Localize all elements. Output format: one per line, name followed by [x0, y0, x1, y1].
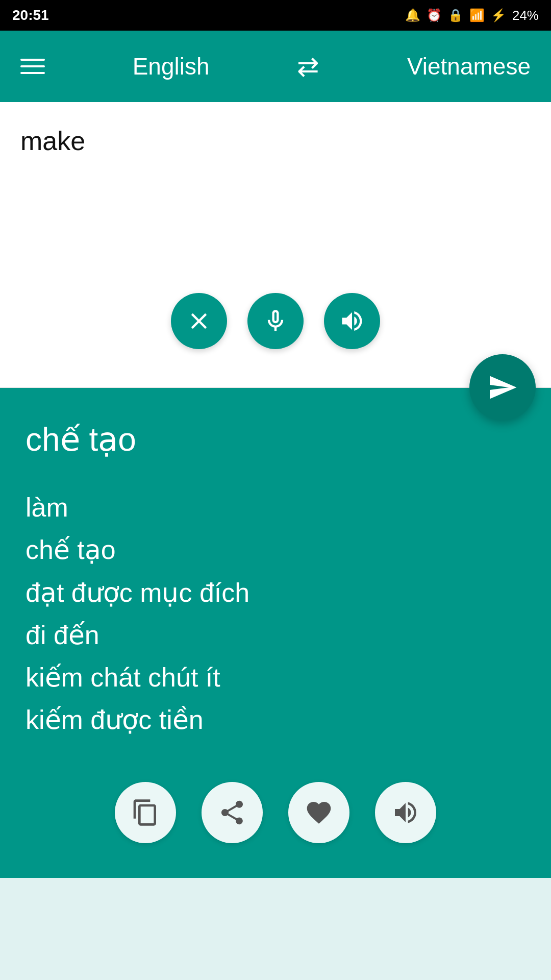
alt-translation-3: đi đến	[26, 614, 525, 656]
toolbar: English ⇄ Vietnamese	[0, 31, 551, 102]
copy-button[interactable]	[115, 782, 176, 843]
favorite-button[interactable]	[288, 782, 349, 843]
alt-translation-2: đạt được mục đích	[26, 572, 525, 614]
signal-icon: 📶	[469, 8, 485, 22]
result-action-buttons	[26, 751, 525, 843]
menu-button[interactable]	[20, 59, 45, 74]
source-text-input[interactable]	[20, 122, 531, 276]
result-area: chế tạo làm chế tạo đạt được mục đích đi…	[0, 388, 551, 878]
source-language[interactable]: English	[133, 53, 210, 80]
lock-icon: 🔒	[448, 8, 463, 22]
close-icon	[186, 308, 212, 334]
battery-display: 24%	[512, 8, 539, 23]
share-icon	[218, 798, 246, 827]
alarm-icon: ⏰	[427, 8, 442, 22]
heart-icon	[305, 798, 333, 827]
status-icons: 🔔 ⏰ 🔒 📶 ⚡ 24%	[405, 8, 539, 23]
input-controls	[20, 278, 531, 364]
microphone-button[interactable]	[247, 293, 304, 349]
notification-icon: 🔔	[405, 8, 420, 22]
translate-button[interactable]	[469, 354, 536, 421]
status-bar: 20:51 🔔 ⏰ 🔒 📶 ⚡ 24%	[0, 0, 551, 31]
alt-translation-5: kiếm được tiền	[26, 699, 525, 741]
target-language[interactable]: Vietnamese	[407, 53, 531, 80]
time-display: 20:51	[12, 7, 49, 23]
share-button[interactable]	[202, 782, 263, 843]
clear-button[interactable]	[171, 293, 227, 349]
microphone-icon	[262, 308, 289, 334]
menu-line-1	[20, 59, 45, 61]
alternative-translations: làm chế tạo đạt được mục đích đi đến kiế…	[26, 486, 525, 741]
volume-icon	[391, 798, 420, 827]
copy-icon	[131, 798, 160, 827]
speak-input-button[interactable]	[324, 293, 380, 349]
swap-languages-button[interactable]: ⇄	[297, 51, 319, 82]
speak-result-button[interactable]	[375, 782, 436, 843]
charge-icon: ⚡	[491, 8, 506, 22]
menu-line-3	[20, 72, 45, 74]
menu-line-2	[20, 65, 45, 67]
alt-translation-1: chế tạo	[26, 529, 525, 571]
input-area	[0, 102, 551, 388]
send-icon	[487, 372, 518, 403]
speaker-icon	[339, 308, 365, 334]
primary-translation: chế tạo	[26, 419, 525, 461]
alt-translation-0: làm	[26, 486, 525, 529]
alt-translation-4: kiếm chát chút ít	[26, 656, 525, 699]
